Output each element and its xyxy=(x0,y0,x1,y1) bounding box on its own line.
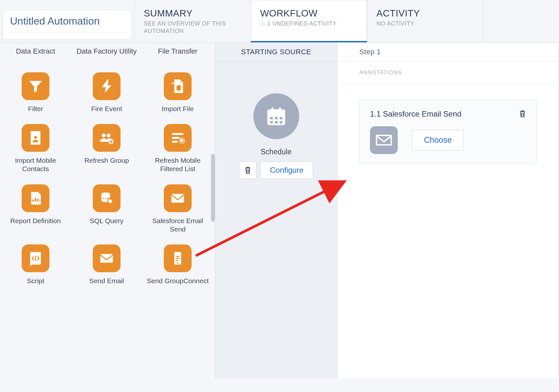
dots-icon xyxy=(260,20,266,26)
delete-activity-button[interactable] xyxy=(518,109,527,119)
palette-item-label: Script xyxy=(0,277,71,285)
choose-button[interactable]: Choose xyxy=(412,130,464,150)
palette-item-refresh-mobile-filtered-list[interactable]: Refresh Mobile Filtered List xyxy=(142,124,210,173)
report-icon xyxy=(22,184,49,212)
palette-item-label: Refresh Mobile Filtered List xyxy=(142,156,210,173)
palette-header: Data Factory Utility xyxy=(71,47,142,56)
palette-header: Data Extract xyxy=(0,47,71,56)
contact-icon xyxy=(22,124,49,152)
starting-source-header: STARTING SOURCE xyxy=(215,43,337,62)
dbsearch-icon xyxy=(93,184,121,212)
trash-icon xyxy=(244,166,252,174)
palette-item-refresh-group[interactable]: Refresh Group xyxy=(71,124,142,173)
palette-item-filter[interactable]: Filter xyxy=(0,72,71,113)
starting-source-column: STARTING SOURCE Schedule Configure xyxy=(215,43,337,378)
envelope-icon xyxy=(93,244,121,272)
palette-item-send-email[interactable]: Send Email xyxy=(71,244,142,285)
trash-icon xyxy=(518,109,527,118)
envelope-icon xyxy=(370,126,398,154)
dbplus-icon xyxy=(164,72,192,100)
listrefresh-icon xyxy=(164,124,192,152)
palette-item-label: Send GroupConnect xyxy=(142,277,210,285)
palette-item-salesforce-email-send[interactable]: Salesforce Email Send xyxy=(142,184,210,234)
automation-title-box[interactable]: Untitled Automation xyxy=(3,10,132,40)
tab-activity[interactable]: ACTIVITY NO ACTIVITY. xyxy=(367,0,483,42)
palette-item-import-mobile-contacts[interactable]: Import Mobile Contacts xyxy=(0,124,71,173)
palette-item-label: Salesforce Email Send xyxy=(142,217,210,234)
configure-button[interactable]: Configure xyxy=(260,161,313,179)
delete-schedule-button[interactable] xyxy=(239,161,257,179)
bolt-icon xyxy=(93,72,121,100)
palette-scrollbar[interactable] xyxy=(210,43,215,378)
palette-item-sql-query[interactable]: SQL Query xyxy=(71,184,142,234)
palette-item-label: Import File xyxy=(142,105,210,113)
header-tabs: Untitled Automation SUMMARY SEE AN OVERV… xyxy=(0,0,559,43)
mobile-icon xyxy=(164,244,192,272)
schedule-label: Schedule xyxy=(215,148,337,156)
group-icon xyxy=(93,124,121,152)
palette-item-label: Refresh Group xyxy=(71,156,142,165)
palette-item-script[interactable]: Script xyxy=(0,244,71,285)
tab-workflow[interactable]: WORKFLOW 1 UNDEFINED ACTIVITY xyxy=(251,0,367,42)
automation-title: Untitled Automation xyxy=(10,15,100,27)
envelope-icon xyxy=(164,184,192,212)
activity-card-title: 1.1 Salesforce Email Send xyxy=(370,109,526,119)
funnel-icon xyxy=(22,72,49,100)
palette-item-label: Fire Event xyxy=(71,105,142,113)
palette-item-import-file[interactable]: Import File xyxy=(142,72,210,113)
annotations-label: ANNOTATIONS xyxy=(337,62,559,84)
palette-item-fire-event[interactable]: Fire Event xyxy=(71,72,142,113)
palette-item-label: Report Definition xyxy=(0,217,71,225)
tab-summary[interactable]: SUMMARY SEE AN OVERVIEW OF THIS AUTOMATI… xyxy=(134,0,251,42)
activity-palette: Data Extract Data Factory Utility File T… xyxy=(0,43,215,378)
palette-item-send-groupconnect[interactable]: Send GroupConnect xyxy=(142,244,210,285)
step-header: Step 1 xyxy=(337,43,559,62)
palette-header: File Transfer xyxy=(142,47,210,56)
palette-item-label: Send Email xyxy=(71,277,142,285)
palette-item-report-definition[interactable]: Report Definition xyxy=(0,184,71,234)
script-icon xyxy=(22,244,49,272)
palette-item-label: Import Mobile Contacts xyxy=(0,156,71,173)
activity-card[interactable]: 1.1 Salesforce Email Send Choose xyxy=(359,99,537,164)
calendar-icon xyxy=(253,93,299,139)
step-1-column: Step 1 ANNOTATIONS 1.1 Salesforce Email … xyxy=(337,43,559,378)
palette-item-label: SQL Query xyxy=(71,217,142,225)
palette-item-label: Filter xyxy=(0,105,71,113)
